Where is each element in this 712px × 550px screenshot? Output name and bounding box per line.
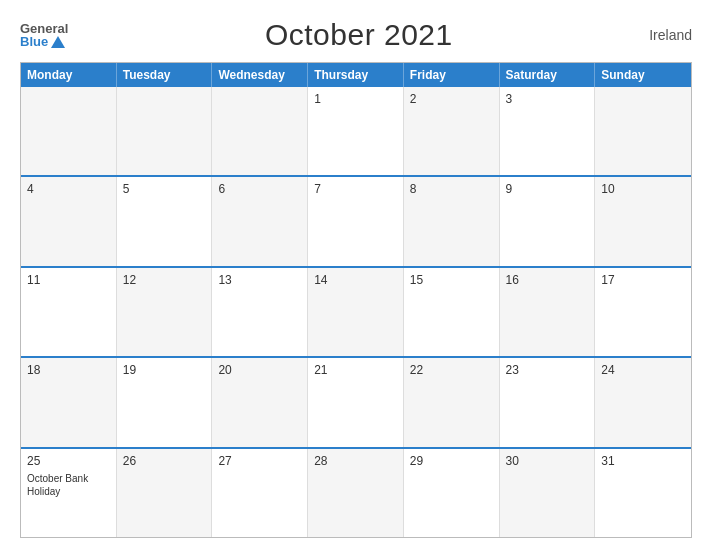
calendar-title: October 2021 (265, 18, 453, 52)
day-16: 16 (500, 268, 596, 356)
col-header-saturday: Saturday (500, 63, 596, 87)
logo: General Blue (20, 22, 68, 48)
day-29: 29 (404, 449, 500, 537)
col-header-wednesday: Wednesday (212, 63, 308, 87)
day-18: 18 (21, 358, 117, 446)
day-7: 7 (308, 177, 404, 265)
day-30: 30 (500, 449, 596, 537)
day-23: 23 (500, 358, 596, 446)
day-17: 17 (595, 268, 691, 356)
logo-triangle-icon (51, 36, 65, 48)
day-1: 1 (308, 87, 404, 175)
logo-blue-text: Blue (20, 35, 68, 48)
col-header-monday: Monday (21, 63, 117, 87)
cell-empty (595, 87, 691, 175)
day-9: 9 (500, 177, 596, 265)
day-6: 6 (212, 177, 308, 265)
week-3: 11 12 13 14 15 16 17 (21, 266, 691, 356)
day-21: 21 (308, 358, 404, 446)
day-15: 15 (404, 268, 500, 356)
day-4: 4 (21, 177, 117, 265)
cell-empty (117, 87, 213, 175)
day-25: 25 October Bank Holiday (21, 449, 117, 537)
week-4: 18 19 20 21 22 23 24 (21, 356, 691, 446)
day-3: 3 (500, 87, 596, 175)
event-october-bank-holiday: October Bank Holiday (27, 472, 110, 498)
week-2: 4 5 6 7 8 9 10 (21, 175, 691, 265)
day-12: 12 (117, 268, 213, 356)
day-5: 5 (117, 177, 213, 265)
day-22: 22 (404, 358, 500, 446)
page: General Blue October 2021 Ireland Monday… (0, 0, 712, 550)
week-5: 25 October Bank Holiday 26 27 28 29 30 3… (21, 447, 691, 537)
cell-empty (212, 87, 308, 175)
col-header-tuesday: Tuesday (117, 63, 213, 87)
cell-empty (21, 87, 117, 175)
day-10: 10 (595, 177, 691, 265)
col-header-friday: Friday (404, 63, 500, 87)
calendar-header-row: Monday Tuesday Wednesday Thursday Friday… (21, 63, 691, 87)
day-13: 13 (212, 268, 308, 356)
day-2: 2 (404, 87, 500, 175)
col-header-sunday: Sunday (595, 63, 691, 87)
day-31: 31 (595, 449, 691, 537)
day-24: 24 (595, 358, 691, 446)
day-20: 20 (212, 358, 308, 446)
week-1: 1 2 3 (21, 87, 691, 175)
day-14: 14 (308, 268, 404, 356)
day-19: 19 (117, 358, 213, 446)
day-11: 11 (21, 268, 117, 356)
day-26: 26 (117, 449, 213, 537)
calendar: Monday Tuesday Wednesday Thursday Friday… (20, 62, 692, 538)
calendar-body: 1 2 3 4 5 6 7 8 9 10 11 12 13 14 15 (21, 87, 691, 537)
header: General Blue October 2021 Ireland (20, 18, 692, 52)
col-header-thursday: Thursday (308, 63, 404, 87)
country-label: Ireland (649, 27, 692, 43)
day-28: 28 (308, 449, 404, 537)
day-8: 8 (404, 177, 500, 265)
day-27: 27 (212, 449, 308, 537)
